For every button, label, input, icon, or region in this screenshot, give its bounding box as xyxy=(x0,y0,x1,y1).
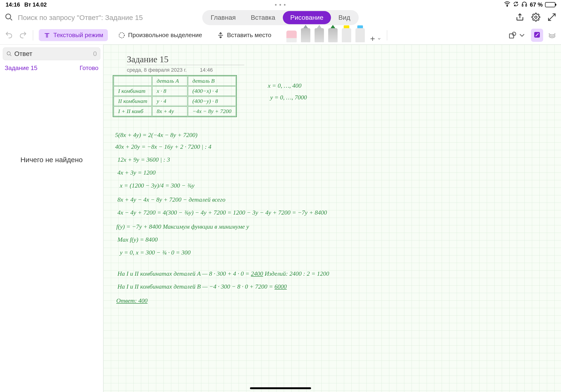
note-title[interactable]: Задание 15 xyxy=(127,54,244,65)
toolbar: Текстовый режим Произвольное выделение В… xyxy=(0,26,561,45)
done-button[interactable]: Готово xyxy=(80,64,98,72)
no-results-label: Ничего не найдено xyxy=(3,156,100,164)
tab-draw[interactable]: Рисование xyxy=(283,11,331,24)
hw-line-5: 8x + 4y − 4x − 8y + 7200 − деталей всего xyxy=(118,196,226,203)
insert-space-label: Вставить место xyxy=(227,32,271,39)
svg-point-9 xyxy=(7,52,10,55)
pen-green[interactable] xyxy=(328,28,338,42)
share-icon[interactable] xyxy=(515,13,524,22)
hw-line-2: 12x + 9y = 3600 | : 3 xyxy=(118,156,170,163)
svg-rect-2 xyxy=(526,4,527,6)
divider xyxy=(33,30,33,40)
highlighter-blue[interactable] xyxy=(356,28,365,42)
status-bar: 14:16 Вт 14.02 • • • 67 % xyxy=(0,0,561,9)
tab-home[interactable]: Главная xyxy=(203,11,243,24)
hw-line-0: 5(8x + 4y) = 2(−4x − 8y + 7200) xyxy=(115,132,198,139)
hw-line-8: Max f(y) = 8400 xyxy=(118,236,158,243)
insert-space-button[interactable]: Вставить место xyxy=(212,29,276,41)
tab-group: Главная Вставка Рисование Вид xyxy=(202,10,359,25)
add-tool-button[interactable] xyxy=(369,35,381,42)
battery-percent: 67 % xyxy=(530,1,543,8)
battery-icon xyxy=(545,2,555,7)
search-sidebar: Ответ 0 Задание 15 Готово Ничего не найд… xyxy=(0,45,103,392)
draw-mode-button[interactable] xyxy=(531,29,543,42)
hw-res2: На I и II комбинатах деталей B — −4 · 30… xyxy=(118,283,287,290)
sidebar-search-input[interactable]: Ответ 0 xyxy=(3,47,100,60)
lasso-button[interactable]: Произвольное выделение xyxy=(113,29,207,41)
tab-insert[interactable]: Вставка xyxy=(243,11,283,24)
svg-rect-1 xyxy=(522,4,523,6)
sidebar-result-count: 0 xyxy=(93,50,97,58)
divider xyxy=(387,30,387,40)
status-date: Вт 14.02 xyxy=(24,1,47,8)
ruler-button[interactable] xyxy=(548,31,556,40)
svg-point-5 xyxy=(119,33,125,38)
redo-button[interactable] xyxy=(19,31,27,40)
search-icon xyxy=(6,51,12,57)
home-indicator[interactable] xyxy=(250,387,311,389)
svg-point-4 xyxy=(535,16,537,18)
hw-line-9: y = 0, x = 300 − ¾ · 0 = 300 xyxy=(120,249,191,256)
undo-button[interactable] xyxy=(5,31,13,40)
hw-side1: x = 0, …, 400 xyxy=(268,82,302,89)
expand-icon[interactable] xyxy=(547,13,556,22)
search-result-row[interactable]: Задание 15 Готово xyxy=(3,60,100,76)
search-label[interactable]: Поиск по запросу "Ответ": Задание 15 xyxy=(18,14,143,22)
app-header: Поиск по запросу "Ответ": Задание 15 Гла… xyxy=(0,9,561,26)
result-title: Задание 15 xyxy=(5,64,37,72)
hw-line-1: 40x + 20y = −8x − 16y + 2 · 7200 | : 4 xyxy=(115,143,211,150)
handwritten-table: деталь Aдеталь B I комбинатx · 8(400−x) … xyxy=(113,75,237,117)
status-ellipsis: • • • xyxy=(275,1,286,8)
svg-point-0 xyxy=(507,5,508,6)
sync-icon xyxy=(513,1,519,9)
note-canvas[interactable]: Задание 15 среда, 8 февраля 2023 г. 14:4… xyxy=(103,45,561,392)
shapes-button[interactable] xyxy=(508,31,526,40)
wifi-icon xyxy=(504,1,510,9)
svg-rect-6 xyxy=(509,34,514,38)
hw-side2: y = 0, …, 7000 xyxy=(270,94,307,101)
hw-res1: На I и II комбинатах деталей A — 8 · 300… xyxy=(118,270,329,277)
highlighter-yellow[interactable] xyxy=(342,28,351,42)
hw-answer: Ответ: 400 xyxy=(116,297,148,304)
hw-line-7: f(y) = −7y + 8400 Максимум функции в мин… xyxy=(116,223,249,230)
settings-icon[interactable] xyxy=(531,13,540,22)
pen-gray[interactable] xyxy=(301,28,310,42)
drawing-tools xyxy=(286,28,381,42)
note-time: 14:46 xyxy=(200,67,213,73)
status-time: 14:16 xyxy=(6,1,20,8)
svg-point-3 xyxy=(6,14,11,19)
hw-line-6: 4x − 4y + 7200 = 4(300 − ¾y) − 4y + 7200… xyxy=(118,209,327,216)
hw-line-4: x = (1200 − 3y)/4 = 300 − ¾y xyxy=(120,182,194,189)
text-mode-label: Текстовый режим xyxy=(53,32,103,39)
hw-line-3: 4x + 3y = 1200 xyxy=(118,169,155,176)
sidebar-search-value: Ответ xyxy=(14,50,32,58)
tab-view[interactable]: Вид xyxy=(331,11,358,24)
pen-light[interactable] xyxy=(314,28,324,42)
lasso-label: Произвольное выделение xyxy=(128,32,202,39)
note-date: среда, 8 февраля 2023 г. xyxy=(127,67,187,73)
headphones-icon xyxy=(521,1,528,9)
search-icon[interactable] xyxy=(5,13,13,22)
eraser-tool[interactable] xyxy=(286,31,297,42)
text-mode-button[interactable]: Текстовый режим xyxy=(39,29,108,41)
